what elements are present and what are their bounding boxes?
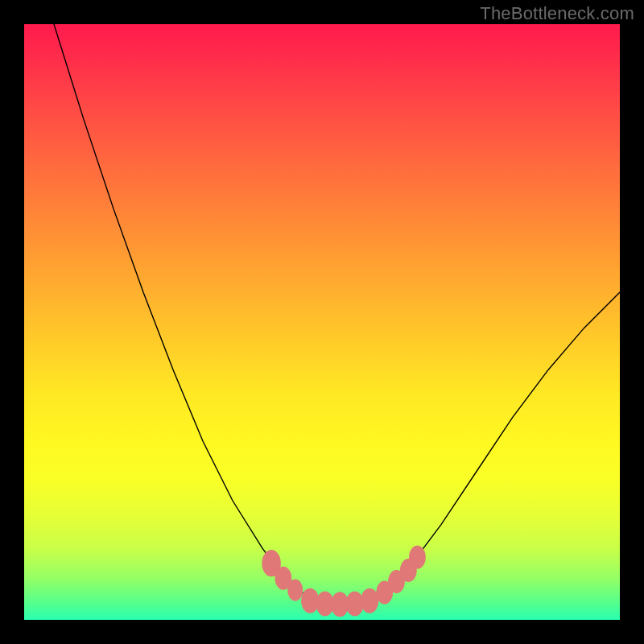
curve-marker (361, 588, 378, 613)
curve-marker (409, 546, 426, 569)
attribution-watermark: TheBottleneck.com (480, 3, 634, 24)
chart-frame: TheBottleneck.com (0, 0, 644, 644)
bottleneck-curve (24, 24, 620, 620)
curve-marker (287, 580, 303, 601)
plot-area (24, 24, 620, 620)
